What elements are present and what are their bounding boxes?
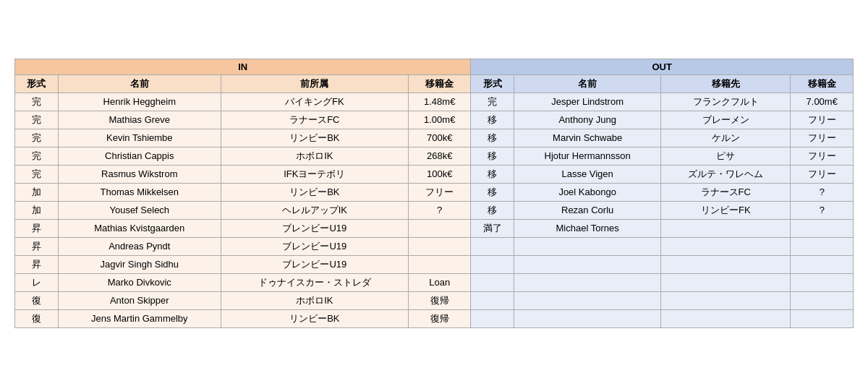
table-row: 加Yousef SelechヘレルアップIK?移Rezan CorluリンビーF…	[15, 201, 854, 219]
table-row: 完Rasmus WikstromIFKヨーテボリ100k€移Lasse Vige…	[15, 165, 854, 183]
in-section-header: IN	[15, 59, 471, 74]
table-row: 加Thomas MikkelsenリンビーBKフリー移Joel Kabongoラ…	[15, 183, 854, 201]
table-row: 昇Mathias KvistgaardenブレンビーU19満了Michael T…	[15, 219, 854, 237]
table-row: 復Anton SkipperホボロIK復帰	[15, 291, 854, 309]
out-col-fee: 移籍金	[791, 74, 854, 93]
in-col-fee: 移籍金	[408, 74, 470, 93]
in-col-type: 形式	[15, 74, 59, 93]
table-row: 完Mathias GreveラナースFC1.00m€移Anthony Jungブ…	[15, 111, 854, 129]
table-row: 完Kevin TshiembeリンビーBK700k€移Marvin Schwab…	[15, 129, 854, 147]
table-row: 復Jens Martin GammelbyリンビーBK復帰	[15, 309, 854, 327]
table-row: 完Henrik HeggheimバイキングFK1.48m€完Jesper Lin…	[15, 93, 854, 111]
transfer-table: IN OUT 形式 名前 前所属 移籍金 形式 名前 移籍先 移籍金 完Henr…	[14, 59, 854, 328]
out-col-dest: 移籍先	[661, 74, 791, 93]
in-col-prev: 前所属	[221, 74, 408, 93]
table-row: 昇Andreas PyndtブレンビーU19	[15, 237, 854, 255]
table-row: 完Christian CappisホボロIK268k€移Hjotur Herma…	[15, 147, 854, 165]
out-section-header: OUT	[471, 59, 854, 74]
in-col-name: 名前	[58, 74, 221, 93]
table-row: 昇Jagvir Singh SidhuブレンビーU19	[15, 255, 854, 273]
out-col-type: 形式	[471, 74, 514, 93]
table-row: レMarko Divkovicドゥナイスカー・ストレダLoan	[15, 273, 854, 291]
out-col-name: 名前	[514, 74, 661, 93]
